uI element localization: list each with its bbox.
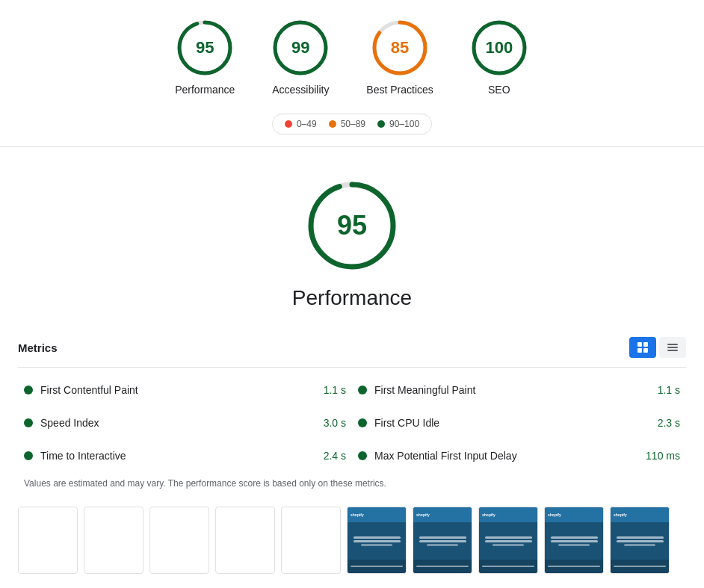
score-value-performance: 95 bbox=[196, 38, 214, 58]
main-score-section: 95 Performance bbox=[0, 165, 704, 328]
legend-section: 0–49 50–89 90–100 bbox=[0, 108, 704, 146]
score-label-performance: Performance bbox=[175, 84, 235, 96]
thumbnails-section: shopify shopify shopify bbox=[0, 501, 704, 580]
thumb-header-1: shopify bbox=[348, 507, 406, 522]
main-score-title: Performance bbox=[292, 286, 412, 310]
svg-rect-12 bbox=[637, 348, 642, 353]
legend-label-average: 50–89 bbox=[341, 119, 365, 129]
metric-dot-fcp bbox=[24, 386, 33, 394]
score-value-accessibility: 99 bbox=[291, 38, 309, 58]
svg-rect-10 bbox=[637, 342, 642, 347]
metric-dot-mpfid bbox=[358, 451, 367, 460]
thumb-content-1 bbox=[348, 522, 406, 560]
thumbnail-image-5: shopify bbox=[610, 507, 670, 574]
thumb-header-3: shopify bbox=[479, 507, 537, 522]
metric-name-tti: Time to Interactive bbox=[40, 450, 297, 462]
thumb-content-4 bbox=[545, 522, 603, 560]
metric-row-mpfid: Max Potential First Input Delay 110 ms bbox=[352, 439, 686, 472]
thumbnail-blank-4 bbox=[215, 507, 275, 574]
top-scores-section: 95 Performance 99 Accessibility 85 Best … bbox=[0, 0, 704, 108]
thumbnail-image-2: shopify bbox=[413, 507, 472, 574]
svg-rect-15 bbox=[667, 347, 678, 348]
section-divider bbox=[0, 146, 704, 147]
metric-value-fci: 2.3 s bbox=[639, 417, 680, 429]
metric-name-fci: First CPU Idle bbox=[374, 417, 632, 429]
thumb-content-2 bbox=[413, 522, 472, 560]
score-label-seo: SEO bbox=[488, 84, 510, 96]
thumbnail-blank-2 bbox=[84, 507, 143, 574]
thumbnail-image-4: shopify bbox=[544, 507, 604, 574]
score-label-accessibility: Accessibility bbox=[272, 84, 329, 96]
legend-container: 0–49 50–89 90–100 bbox=[272, 114, 432, 134]
thumb-header-4: shopify bbox=[545, 507, 603, 522]
metric-row-fcp: First Contentful Paint 1.1 s bbox=[18, 374, 352, 406]
view-toggle bbox=[629, 337, 686, 358]
metric-row-tti: Time to Interactive 2.4 s bbox=[18, 439, 352, 472]
metrics-section: Metrics First Conte bbox=[0, 328, 704, 501]
metrics-grid: First Contentful Paint 1.1 s First Meani… bbox=[18, 374, 686, 472]
thumb-header-5: shopify bbox=[611, 507, 669, 522]
score-circle-best-practices: 85 bbox=[370, 18, 430, 78]
svg-rect-16 bbox=[667, 350, 678, 351]
main-score-circle: 95 bbox=[303, 177, 401, 274]
metric-name-mpfid: Max Potential First Input Delay bbox=[374, 450, 632, 462]
thumb-content-5 bbox=[611, 522, 669, 560]
legend-dot-average bbox=[329, 120, 336, 128]
legend-dot-fail bbox=[285, 120, 292, 128]
thumb-header-2: shopify bbox=[413, 507, 472, 522]
metric-row-si: Speed Index 3.0 s bbox=[18, 406, 352, 439]
score-label-best-practices: Best Practices bbox=[366, 84, 433, 96]
metrics-title: Metrics bbox=[18, 341, 58, 354]
metric-value-si: 3.0 s bbox=[305, 417, 346, 429]
score-item-best-practices: 85 Best Practices bbox=[366, 18, 433, 96]
metric-dot-tti bbox=[24, 451, 33, 460]
score-circle-seo: 100 bbox=[469, 18, 529, 78]
thumb-footer-1 bbox=[348, 560, 406, 573]
score-circle-accessibility: 99 bbox=[271, 18, 330, 78]
legend-dot-good bbox=[377, 120, 385, 128]
svg-rect-11 bbox=[643, 342, 648, 347]
score-value-seo: 100 bbox=[485, 38, 513, 58]
disclaimer-text: Values are estimated and may vary. The p… bbox=[18, 472, 686, 501]
thumbnail-blank-3 bbox=[149, 507, 209, 574]
legend-item-average: 50–89 bbox=[329, 119, 365, 129]
thumbnail-image-3: shopify bbox=[478, 507, 538, 574]
metric-value-mpfid: 110 ms bbox=[639, 450, 680, 462]
legend-item-good: 90–100 bbox=[377, 119, 419, 129]
thumb-footer-2 bbox=[413, 560, 472, 573]
metric-name-si: Speed Index bbox=[40, 417, 297, 429]
main-score-value: 95 bbox=[337, 210, 367, 241]
metric-dot-fci bbox=[358, 418, 367, 427]
score-item-accessibility: 99 Accessibility bbox=[271, 18, 330, 96]
thumb-footer-4 bbox=[545, 560, 603, 573]
metric-dot-si bbox=[24, 418, 33, 427]
metrics-header: Metrics bbox=[18, 328, 686, 368]
metric-value-fmp: 1.1 s bbox=[639, 384, 680, 396]
metric-dot-fmp bbox=[358, 386, 367, 394]
thumbnail-image-1: shopify bbox=[347, 507, 407, 574]
thumbnail-blank-1 bbox=[18, 507, 78, 574]
metric-value-fcp: 1.1 s bbox=[305, 384, 346, 396]
metric-row-fmp: First Meaningful Paint 1.1 s bbox=[352, 374, 686, 406]
list-view-button[interactable] bbox=[659, 337, 686, 358]
thumb-footer-3 bbox=[479, 560, 537, 573]
metric-name-fmp: First Meaningful Paint bbox=[374, 384, 632, 396]
legend-label-good: 90–100 bbox=[389, 119, 419, 129]
thumb-footer-5 bbox=[611, 560, 669, 573]
metric-value-tti: 2.4 s bbox=[305, 450, 346, 462]
thumbnail-blank-5 bbox=[281, 507, 341, 574]
svg-rect-14 bbox=[667, 344, 678, 345]
score-item-performance: 95 Performance bbox=[175, 18, 235, 96]
metric-name-fcp: First Contentful Paint bbox=[40, 384, 297, 396]
score-circle-performance: 95 bbox=[175, 18, 235, 78]
grid-view-button[interactable] bbox=[629, 337, 656, 358]
legend-label-fail: 0–49 bbox=[297, 119, 317, 129]
legend-item-fail: 0–49 bbox=[285, 119, 317, 129]
metric-row-fci: First CPU Idle 2.3 s bbox=[352, 406, 686, 439]
svg-rect-13 bbox=[643, 348, 648, 353]
score-value-best-practices: 85 bbox=[391, 38, 409, 58]
score-item-seo: 100 SEO bbox=[469, 18, 529, 96]
thumb-content-3 bbox=[479, 522, 537, 560]
